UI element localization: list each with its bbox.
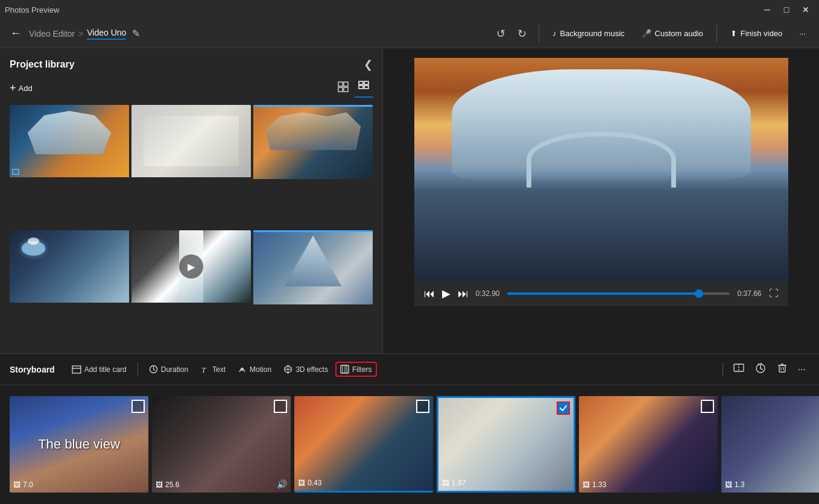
- panel-header: Project library ❮: [0, 48, 382, 78]
- minimize-button[interactable]: ─: [759, 1, 776, 18]
- item-duration-6: 🖼 1.3: [725, 480, 745, 489]
- storyboard-toolbar: Storyboard Add title card Duration T Tex…: [0, 354, 819, 385]
- back-button[interactable]: ←: [7, 25, 24, 42]
- speed-button[interactable]: [751, 359, 770, 379]
- storyboard-items: The blue view 🖼 7.0 🖼 25.6 🔊: [0, 385, 819, 503]
- duration-icon: 🖼: [583, 480, 590, 489]
- svg-rect-0: [338, 82, 343, 86]
- timeline-progress: [507, 292, 704, 295]
- app-title: Photos Preview: [5, 5, 59, 14]
- duration-icon: 🖼: [13, 480, 21, 489]
- panel-title: Project library: [10, 59, 75, 70]
- effects-3d-button[interactable]: 3D effects: [279, 362, 333, 377]
- add-title-card-label: Add title card: [84, 365, 127, 374]
- svg-rect-3: [344, 87, 348, 92]
- add-icon: +: [10, 82, 16, 95]
- storyboard-item-2[interactable]: 🖼 25.6 🔊: [152, 396, 291, 493]
- app-bar: ← Video Editor > Video Uno ✎ ↺ ↻ ♪ Backg…: [0, 19, 819, 48]
- motion-button[interactable]: Motion: [233, 362, 276, 377]
- app-bar-actions: ↺ ↻ ♪ Background music 🎤 Custom audio ⬆ …: [492, 25, 812, 43]
- media-item[interactable]: [253, 105, 373, 228]
- duration-button[interactable]: Duration: [144, 362, 193, 377]
- split-button[interactable]: [729, 359, 748, 379]
- svg-rect-7: [364, 86, 368, 89]
- breadcrumb-current: Video Uno: [87, 28, 126, 40]
- item-duration-3: 🖼 0.43: [298, 479, 321, 487]
- item-checkbox-3[interactable]: [416, 400, 429, 413]
- timeline-thumb[interactable]: [695, 289, 703, 298]
- storyboard-item-5[interactable]: 🖼 1.33: [579, 396, 718, 493]
- project-library-panel: Project library ❮ + Add: [0, 48, 383, 353]
- more-options-button[interactable]: ···: [793, 25, 812, 42]
- item-duration-4: 🖼 1.97: [442, 479, 466, 487]
- media-item[interactable]: ▶: [131, 230, 251, 353]
- video-scene: [414, 58, 788, 281]
- breadcrumb: Video Editor > Video Uno: [29, 28, 126, 40]
- video-controls: ⏮ ▶ ⏭ 0:32.90 0:37.66 ⛶: [414, 281, 788, 306]
- water-reflection: [414, 192, 788, 281]
- svg-rect-4: [359, 81, 363, 84]
- svg-rect-2: [338, 87, 343, 92]
- item-checkbox-2[interactable]: [274, 400, 287, 413]
- close-button[interactable]: ✕: [797, 1, 814, 18]
- media-item[interactable]: [131, 105, 251, 228]
- add-title-card-button[interactable]: Add title card: [67, 362, 131, 377]
- item-duration-2: 🖼 25.6: [156, 480, 179, 489]
- filters-label: Filters: [352, 365, 372, 374]
- storyboard-item-4[interactable]: 🖼 1.97: [437, 396, 575, 493]
- storyboard-item-6[interactable]: 🖼 1.3: [721, 396, 819, 493]
- grid-view-button[interactable]: [334, 78, 352, 98]
- finish-video-label: Finish video: [741, 29, 782, 38]
- svg-rect-9: [72, 366, 81, 373]
- edit-title-icon[interactable]: ✎: [132, 28, 140, 39]
- item-checkbox-5[interactable]: [701, 400, 714, 413]
- item-title-1: The blue view: [17, 436, 142, 452]
- storyboard-right-actions: ···: [719, 359, 809, 379]
- text-button[interactable]: T Text: [195, 362, 230, 377]
- duration-icon: 🖼: [298, 479, 305, 487]
- background-music-button[interactable]: ♪ Background music: [546, 25, 630, 42]
- duration-icon: 🖼: [442, 479, 449, 487]
- prev-frame-button[interactable]: ⏮: [424, 288, 435, 300]
- redo-button[interactable]: ↻: [513, 25, 531, 43]
- breadcrumb-separator: >: [78, 29, 83, 39]
- svg-rect-5: [364, 81, 368, 84]
- title-bar: Photos Preview ─ □ ✕: [0, 0, 819, 19]
- item-duration-5: 🖼 1.33: [583, 480, 606, 489]
- panel-collapse-button[interactable]: ❮: [364, 58, 373, 71]
- media-item[interactable]: [10, 105, 129, 228]
- breadcrumb-parent[interactable]: Video Editor: [29, 29, 75, 39]
- next-frame-button[interactable]: ⏭: [458, 288, 469, 300]
- storyboard-item-3[interactable]: 🖼 0.43: [294, 396, 433, 493]
- video-preview: ⏮ ▶ ⏭ 0:32.90 0:37.66 ⛶: [414, 58, 788, 306]
- storyboard-item-1[interactable]: The blue view 🖼 7.0: [10, 396, 148, 493]
- expand-button[interactable]: ⛶: [769, 288, 779, 299]
- play-button[interactable]: ▶: [442, 287, 451, 300]
- media-item[interactable]: [10, 230, 129, 353]
- undo-button[interactable]: ↺: [492, 25, 510, 43]
- custom-audio-button[interactable]: 🎤 Custom audio: [636, 25, 709, 42]
- timeline-bar[interactable]: [507, 292, 730, 295]
- media-grid: ▶: [0, 105, 382, 353]
- delete-button[interactable]: [773, 359, 792, 379]
- media-item[interactable]: [253, 230, 373, 353]
- filters-button[interactable]: Filters: [335, 362, 377, 377]
- background-music-label: Background music: [560, 29, 625, 38]
- item-checkbox-1[interactable]: [131, 400, 145, 413]
- play-overlay: ▶: [179, 254, 203, 279]
- item-duration-1: 🖼 7.0: [13, 480, 33, 489]
- divider-2: [716, 25, 717, 42]
- finish-video-button[interactable]: ⬆ Finish video: [724, 25, 788, 42]
- maximize-button[interactable]: □: [778, 1, 795, 18]
- duration-icon: 🖼: [156, 480, 163, 489]
- list-view-button[interactable]: [355, 78, 373, 98]
- duration-icon: 🖼: [725, 480, 732, 489]
- view-toggle: [334, 78, 373, 98]
- storyboard-more-button[interactable]: ···: [794, 362, 809, 377]
- storyboard-title: Storyboard: [10, 365, 55, 374]
- custom-audio-label: Custom audio: [655, 29, 703, 38]
- add-media-button[interactable]: + Add: [10, 82, 33, 95]
- library-toolbar: + Add: [0, 78, 382, 105]
- add-label: Add: [19, 84, 33, 93]
- item-checkbox-4[interactable]: [557, 402, 570, 415]
